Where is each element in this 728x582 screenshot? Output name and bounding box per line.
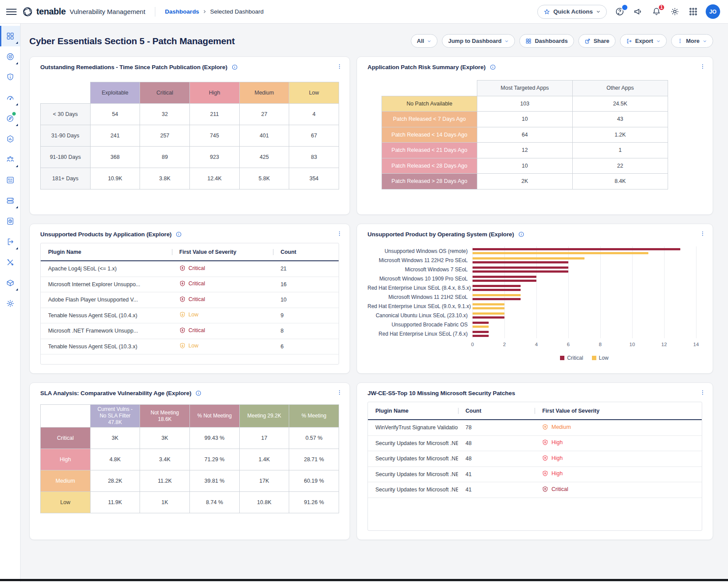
- column-header-name[interactable]: Plugin Name: [41, 249, 172, 255]
- sidebar-item-settings-gear[interactable]: [0, 293, 20, 314]
- matrix-value-cell[interactable]: 28.71 %: [289, 449, 339, 470]
- settings-gear-button[interactable]: [669, 6, 680, 18]
- user-avatar[interactable]: JO: [706, 4, 720, 19]
- matrix-value-cell[interactable]: 12.4K: [189, 168, 239, 189]
- table-row[interactable]: Security Updates for Microsoft .NET...41…: [368, 482, 702, 498]
- widget-menu-kebab-icon[interactable]: [336, 63, 343, 70]
- bar-critical[interactable]: [472, 298, 521, 300]
- matrix-value-cell[interactable]: 1.2K: [573, 127, 668, 143]
- matrix-value-cell[interactable]: 401: [239, 125, 289, 147]
- matrix-value-cell[interactable]: 923: [189, 147, 239, 168]
- bar-low[interactable]: [472, 326, 489, 328]
- sidebar-item-scan-checklist[interactable]: [0, 170, 20, 190]
- matrix-value-cell[interactable]: 3.8K: [140, 168, 190, 189]
- matrix-value-cell[interactable]: 10.9K: [90, 168, 140, 189]
- matrix-value-cell[interactable]: 241: [90, 125, 140, 147]
- info-icon[interactable]: [195, 390, 202, 396]
- column-header-count[interactable]: Count: [273, 249, 339, 255]
- table-row[interactable]: Microsoft .NET Framework Unsupp...Critic…: [41, 323, 339, 339]
- bar-critical[interactable]: [472, 280, 536, 282]
- bar-critical[interactable]: [472, 248, 680, 250]
- matrix-value-cell[interactable]: 64: [477, 127, 573, 143]
- matrix-value-cell[interactable]: 17: [239, 428, 289, 449]
- matrix-value-cell[interactable]: 60.19 %: [289, 470, 339, 492]
- export-button[interactable]: Export: [620, 34, 667, 48]
- matrix-value-cell[interactable]: 3K: [90, 428, 140, 449]
- matrix-value-cell[interactable]: 11.9K: [90, 492, 140, 513]
- column-header-severity[interactable]: First Value of Severity: [535, 408, 702, 414]
- matrix-value-cell[interactable]: 10: [477, 158, 573, 174]
- share-button[interactable]: Share: [578, 34, 616, 48]
- matrix-value-cell[interactable]: 103: [477, 96, 573, 112]
- bar-low[interactable]: [472, 294, 521, 296]
- breadcrumb-dashboards[interactable]: Dashboards: [165, 8, 199, 15]
- matrix-value-cell[interactable]: 8.74 %: [189, 492, 239, 513]
- matrix-value-cell[interactable]: 12: [477, 143, 573, 158]
- matrix-value-cell[interactable]: 27: [239, 104, 289, 125]
- bar-low[interactable]: [472, 257, 584, 259]
- sidebar-item-attack-path-compass[interactable]: [0, 108, 20, 129]
- widget-menu-kebab-icon[interactable]: [700, 389, 706, 396]
- sidebar-item-sensors-stack[interactable]: [0, 190, 20, 211]
- more-button[interactable]: More: [671, 34, 713, 48]
- table-row[interactable]: Adobe Flash Player Unsupported V...Criti…: [41, 292, 339, 308]
- matrix-value-cell[interactable]: 32: [140, 104, 190, 125]
- sidebar-item-reports-document[interactable]: [0, 211, 20, 231]
- bar-critical[interactable]: [472, 270, 568, 273]
- matrix-value-cell[interactable]: 11.2K: [140, 470, 190, 492]
- widget-menu-kebab-icon[interactable]: [336, 389, 343, 396]
- bar-critical[interactable]: [472, 331, 489, 333]
- matrix-value-cell[interactable]: 8.4K: [573, 174, 668, 189]
- widget-menu-kebab-icon[interactable]: [700, 231, 706, 237]
- matrix-value-cell[interactable]: 1K: [140, 492, 190, 513]
- table-row[interactable]: Tenable Nessus Agent SEoL (10.4.x)Low9: [41, 308, 339, 324]
- matrix-value-cell[interactable]: 54: [90, 104, 140, 125]
- table-row[interactable]: WinVerifyTrust Signature Validation ...7…: [368, 420, 702, 436]
- matrix-value-cell[interactable]: 257: [140, 125, 190, 147]
- matrix-value-cell[interactable]: 99.43 %: [189, 428, 239, 449]
- matrix-value-cell[interactable]: 71.29 %: [189, 449, 239, 470]
- matrix-value-cell[interactable]: 24.5K: [573, 96, 668, 112]
- sidebar-item-shield-info[interactable]: [0, 67, 20, 88]
- bar-critical[interactable]: [472, 316, 504, 319]
- sidebar-item-remediation-tools[interactable]: [0, 252, 20, 273]
- notifications-bell-button[interactable]: 1: [651, 6, 662, 18]
- quick-actions-button[interactable]: Quick Actions: [537, 5, 607, 19]
- matrix-value-cell[interactable]: 67: [289, 125, 339, 147]
- table-row[interactable]: Apache Log4j SEoL (<= 1.x)Critical21: [41, 261, 339, 277]
- hamburger-menu-icon[interactable]: [6, 7, 17, 17]
- matrix-value-cell[interactable]: 1: [573, 143, 668, 158]
- matrix-value-cell[interactable]: 1.4K: [239, 449, 289, 470]
- matrix-value-cell[interactable]: 3K: [140, 428, 190, 449]
- matrix-value-cell[interactable]: 89: [140, 147, 190, 168]
- bar-critical[interactable]: [472, 335, 489, 337]
- matrix-value-cell[interactable]: 5.8K: [239, 168, 289, 189]
- bar-low[interactable]: [472, 303, 504, 305]
- bar-low[interactable]: [472, 307, 504, 309]
- table-row[interactable]: Security Updates for Microsoft .NET...41…: [368, 467, 702, 483]
- bar-low[interactable]: [472, 252, 648, 254]
- matrix-value-cell[interactable]: 43: [573, 112, 668, 127]
- matrix-value-cell[interactable]: 425: [239, 147, 289, 168]
- column-header-severity[interactable]: First Value of Severity: [172, 249, 273, 255]
- matrix-value-cell[interactable]: 3.4K: [140, 449, 190, 470]
- column-header-name[interactable]: Plugin Name: [368, 408, 458, 414]
- dashboards-button[interactable]: Dashboards: [519, 34, 574, 48]
- table-row[interactable]: Microsoft Internet Explorer Unsuppo...Cr…: [41, 277, 339, 293]
- matrix-value-cell[interactable]: 745: [189, 125, 239, 147]
- bar-critical[interactable]: [472, 261, 568, 263]
- filter-all-button[interactable]: All: [411, 34, 438, 48]
- matrix-value-cell[interactable]: 354: [289, 168, 339, 189]
- bar-critical[interactable]: [472, 276, 536, 278]
- jump-to-dashboard-button[interactable]: Jump to Dashboard: [442, 34, 515, 48]
- matrix-value-cell[interactable]: 0.57 %: [289, 428, 339, 449]
- info-icon[interactable]: [231, 64, 238, 70]
- sidebar-item-packages-box[interactable]: [0, 273, 20, 293]
- widget-menu-kebab-icon[interactable]: [700, 63, 706, 70]
- bar-critical[interactable]: [472, 266, 568, 269]
- matrix-value-cell[interactable]: 211: [189, 104, 239, 125]
- matrix-value-cell[interactable]: 10.8K: [239, 492, 289, 513]
- sidebar-item-assets-hexagon[interactable]: [0, 129, 20, 149]
- matrix-value-cell[interactable]: 39.81 %: [189, 470, 239, 492]
- matrix-value-cell[interactable]: 22: [573, 158, 668, 174]
